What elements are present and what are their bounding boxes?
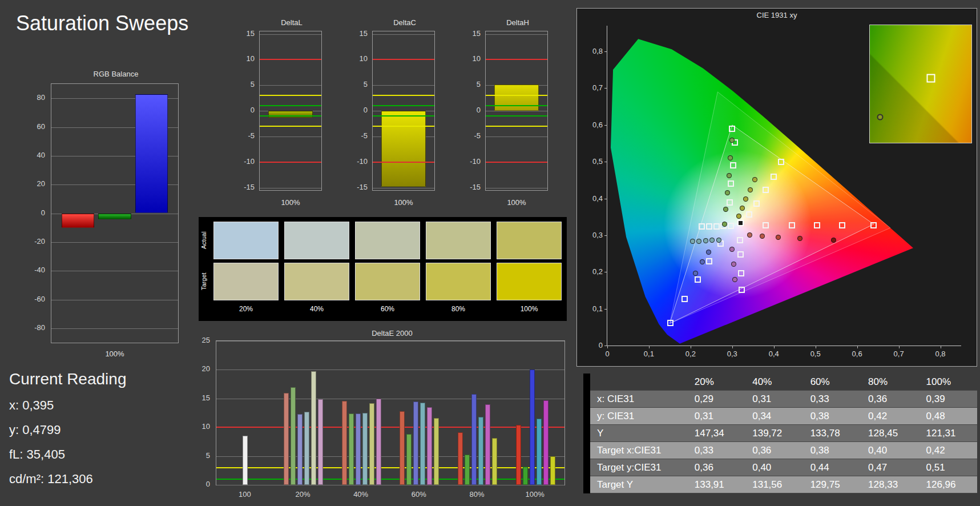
reference-line <box>373 95 434 96</box>
target-marker <box>763 187 769 193</box>
measurement-table-panel: 20%40%60%80%100%x: CIE310,290,310,330,36… <box>583 374 977 493</box>
target-marker <box>746 211 752 218</box>
table-cell: 0,36 <box>861 391 919 408</box>
measurement-marker <box>703 238 708 243</box>
table-cell: 0,36 <box>745 442 803 459</box>
x-tick-label: 0,2 <box>679 350 702 358</box>
x-tick-label: 100 <box>216 490 274 499</box>
gridline <box>260 34 321 35</box>
x-tick-label: 20% <box>274 490 332 499</box>
delta-h-title: DeltaH <box>485 18 550 27</box>
y-tick-label: 5 <box>477 80 481 89</box>
y-tick-mark <box>604 346 607 346</box>
swatch-row-label-actual: Actual <box>200 222 209 259</box>
target-marker <box>737 237 743 243</box>
page-title: Saturation Sweeps <box>16 11 188 35</box>
reference-line <box>373 105 434 106</box>
y-tick-mark <box>604 235 607 236</box>
bar <box>284 393 289 485</box>
target-swatch <box>355 263 420 300</box>
y-tick-label: 0 <box>41 208 45 217</box>
swatch-column-label: 60% <box>355 305 420 313</box>
reference-line <box>486 105 547 106</box>
current-reading-panel: Current Reading x: 0,395 y: 0,4799 fL: 3… <box>9 370 126 487</box>
rgb-balance-y-axis: 806040200-20-40-60-80 <box>26 83 49 343</box>
table-cell: 0,51 <box>919 459 977 476</box>
measurement-table: 20%40%60%80%100%x: CIE310,290,310,330,36… <box>583 374 977 493</box>
reference-line <box>486 162 547 163</box>
y-tick-label: 60 <box>37 122 45 131</box>
y-tick-label: -40 <box>34 266 45 274</box>
table-cell: 128,45 <box>861 425 919 442</box>
reading-cdm2: cd/m²: 121,306 <box>9 472 126 487</box>
delta-l-chart: DeltaL 151050-5-10-15 100% <box>240 17 324 209</box>
bar <box>543 400 549 485</box>
gridline <box>216 456 564 457</box>
gridline <box>51 242 178 243</box>
table-cell: 0,44 <box>804 459 861 476</box>
y-tick-mark <box>604 162 607 162</box>
table-cell: 121,31 <box>919 425 977 442</box>
reading-y: y: 0,4799 <box>9 423 126 437</box>
table-cell: 0,48 <box>919 408 977 425</box>
y-tick-label: -5 <box>248 131 255 140</box>
bar <box>311 371 316 485</box>
gridline <box>216 370 564 370</box>
gridline <box>373 85 434 86</box>
bar <box>485 404 490 485</box>
x-tick-label: 0 <box>596 350 619 358</box>
delta-c-chart: DeltaC 151050-5-10-15 100% <box>353 17 437 209</box>
target-marker <box>706 223 712 230</box>
measurement-marker <box>797 236 802 241</box>
y-tick-label: 0 <box>251 106 255 114</box>
y-tick-label: 15 <box>360 29 368 38</box>
bar <box>297 414 303 485</box>
measurement-marker <box>747 232 752 238</box>
reference-line <box>260 95 321 96</box>
target-marker <box>814 222 820 228</box>
x-tick-label: 0,7 <box>888 350 910 358</box>
table-header-cell: 60% <box>804 374 861 391</box>
gridline <box>260 85 321 86</box>
reference-line <box>216 467 564 468</box>
bar <box>406 434 412 485</box>
cie-title: CIE 1931 xy <box>577 11 977 19</box>
reference-line <box>486 95 547 96</box>
measurement-marker <box>831 238 836 243</box>
delta-h-plot <box>485 31 548 191</box>
x-tick-label: 0,6 <box>846 350 869 358</box>
delta-e-x-axis: 10020%40%60%80%100% <box>216 490 565 499</box>
bar <box>62 214 95 228</box>
delta-c-title: DeltaC <box>372 18 437 27</box>
x-tick-mark <box>857 346 858 348</box>
y-tick-label: -10 <box>244 157 255 166</box>
measurement-marker <box>690 239 695 244</box>
table-row: Target y:CIE310,360,400,440,470,51 <box>583 459 977 476</box>
app-root: Saturation Sweeps RGB Balance 806040200-… <box>0 0 980 506</box>
measurement-marker <box>700 259 705 264</box>
bar <box>342 401 347 485</box>
table-cell: 147,34 <box>688 425 745 442</box>
swatch-column-label: 20% <box>213 305 279 313</box>
table-row: x: CIE310,290,310,330,360,39 <box>583 391 977 408</box>
bar <box>427 407 432 485</box>
gridline <box>486 111 547 111</box>
delta-c-y-axis: 151050-5-10-15 <box>353 31 371 191</box>
reference-line <box>486 59 547 60</box>
table-cell: 0,40 <box>745 459 803 476</box>
actual-swatch <box>355 222 420 259</box>
target-marker <box>713 223 720 230</box>
reference-line <box>373 59 434 60</box>
delta-h-y-axis: 151050-5-10-15 <box>466 31 484 191</box>
table-cell: 129,75 <box>804 476 861 493</box>
target-marker <box>728 223 734 229</box>
bar <box>465 455 470 485</box>
measurement-marker <box>728 155 733 160</box>
y-tick-label: 0,3 <box>579 231 603 239</box>
reference-line <box>260 126 321 127</box>
target-marker <box>737 251 744 258</box>
table-row: Y147,34139,72133,78128,45121,31 <box>583 425 977 442</box>
bar <box>369 403 374 485</box>
bar <box>530 370 535 485</box>
swatch-column-label: 100% <box>497 305 562 313</box>
